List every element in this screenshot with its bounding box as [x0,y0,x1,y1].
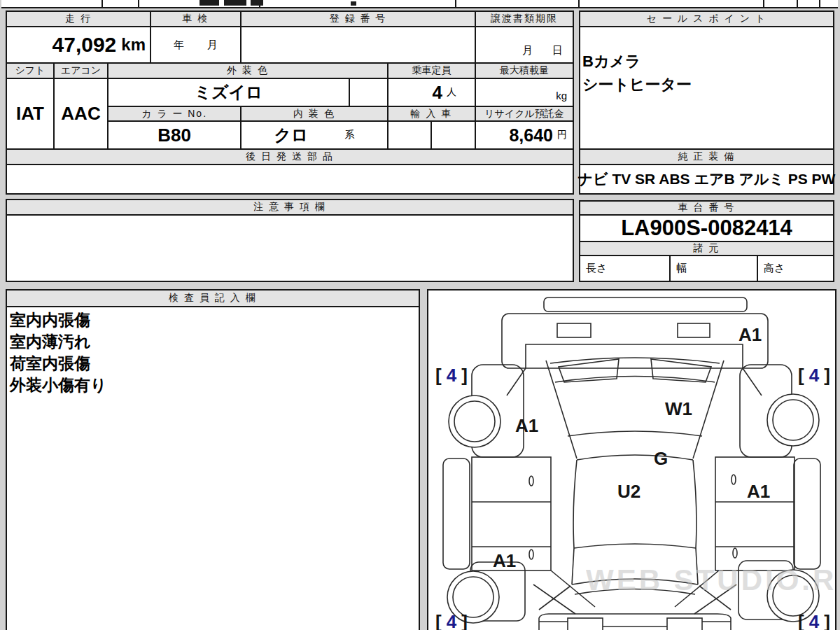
right-front-door-handle [733,548,737,558]
inspector-note: 荷室内張傷 [10,353,416,374]
inspection-month-label: 月 [207,38,218,52]
recycle-deposit-header: リサイクル預託金 [475,106,574,122]
truncated-text-remnant [200,0,219,6]
recycle-deposit-cell: 8,640 円 [475,120,574,150]
rear-glass-edge-arc [568,431,702,436]
tire-grade-bottom-left: [4] [435,611,468,630]
left-front-door-handle [529,550,533,559]
left-rear-quarter-grade-label: A1 [515,415,538,436]
right-door-shape [715,457,794,570]
right-sill-shape [794,458,820,569]
truncated-cell-border [455,0,456,7]
interior-color-value: クロ [274,124,308,146]
spec-height-label: 高さ [757,255,834,282]
specs-header: 諸 元 [579,241,834,256]
sales-point-item: Bカメラ [582,50,832,73]
truncated-text-remnant [224,0,246,6]
roof-side-right [693,460,696,548]
rear-glass-grade-label: G [654,448,668,469]
left-rear-door-handle [529,476,533,486]
rear-bumper-shape [502,314,768,368]
equipment-header: 純 正 装 備 [579,148,834,165]
notes-header: 注 意 事 項 欄 [6,199,574,216]
hood-side-left [539,586,570,610]
tire-grade-top-right: [4] [798,365,830,386]
equipment-value: ナビ TV SR ABS エアB アルミ PS PW [579,164,834,195]
import-car-cell-1 [387,120,432,150]
spec-length-label: 長さ [579,255,671,282]
capacity-unit: 人 [447,86,456,99]
damage-diagram-box: WEB STUDIO.RU A1 A1 W1 G U2 A1 A1 [4] [4… [427,289,836,630]
later-parts-header: 後 日 発 送 部 品 [6,148,574,165]
sales-point-item: シートヒーター [582,73,832,96]
rear-spoiler-shape [544,298,747,312]
front-light-right [667,618,702,630]
tire-grade-top-left: [4] [435,365,468,386]
color-no-value: B80 [107,120,241,150]
exterior-color-header: 外 装 色 [107,62,388,79]
left-sill-shape [443,458,470,569]
inspection-year-label: 年 [174,38,184,52]
mileage-cell: 47,092 km [6,26,151,64]
inspector-header: 検 査 員 記 入 欄 [7,290,419,307]
truncated-cell-border [819,0,820,7]
chassis-number-value: LA900S-0082414 [579,214,834,242]
max-load-cell: kg [475,78,574,107]
max-load-header: 最大積載量 [475,62,574,79]
later-parts-cell [6,164,574,195]
interior-color-cell: クロ 系 [240,120,388,150]
recycle-deposit-unit: 円 [557,129,567,141]
watermark-text: WEB STUDIO.RU [586,564,835,596]
tire-grade-bottom-right: [4] [798,611,830,630]
notes-box [6,214,574,282]
mileage-unit: km [121,35,146,55]
import-car-cell-2 [430,120,476,150]
truncated-cell-border [102,0,103,7]
mileage-value: 47,092 [52,33,117,57]
rear-light-right [678,323,710,337]
inspector-note: 室内内張傷 [10,309,416,331]
exterior-color-sub-cell [349,78,388,107]
rear-left-wheel [449,396,500,447]
auction-sheet: 走 行 車 検 登 録 番 号 譲渡書類期限 47,092 km 年 月 月 日… [0,0,840,630]
transfer-deadline-header: 譲渡書類期限 [475,10,574,27]
tailgate-line [526,344,743,368]
quarter-line-right [743,368,762,396]
import-car-header: 輸 入 車 [387,106,476,122]
sales-points-box: Bカメラ シートヒーター [579,26,834,150]
sales-points-header: セ ー ル ス ポ イ ン ト [579,10,834,27]
inspection-header: 車 検 [150,10,241,27]
rear-bumper-grade-label: A1 [738,324,762,345]
aircon-header: エアコン [53,62,108,79]
rear-right-wheel [767,394,819,446]
inspector-note: 外装小傷有り [10,374,416,396]
truncated-cell-border [578,0,580,7]
recycle-deposit-value: 8,640 [509,125,553,146]
shift-header: シフト [6,62,55,79]
registration-value-cell [240,26,476,64]
rear-light-left [557,323,591,337]
inspector-box: 検 査 員 記 入 欄 室内内張傷 室内薄汚れ 荷室内張傷 外装小傷有り [6,289,420,630]
mileage-header: 走 行 [6,10,151,27]
front-light-left [568,618,603,630]
truncated-top-row [1,0,838,8]
truncated-cell-border [138,0,139,7]
interior-color-suffix: 系 [345,129,355,141]
rear-window-top-arc [550,358,720,363]
color-no-header: カ ラ ー No. [107,106,241,122]
truncated-cell-border [763,0,764,7]
transfer-day-label: 日 [552,44,563,57]
inspector-note: 室内薄汚れ [10,331,416,353]
right-rear-door-handle [732,475,736,484]
max-load-unit: kg [556,90,567,102]
capacity-value: 4 [433,82,442,104]
shift-value: IAT [6,78,55,150]
roof-bottom-arc [574,544,696,548]
registration-header: 登 録 番 号 [240,10,476,27]
chassis-number-header: 車 台 番 号 [579,200,834,216]
a-pillar-left [572,548,574,584]
spec-width-label: 幅 [669,255,758,282]
roof-grade-label: U2 [617,481,640,502]
right-door-grade-label: A1 [747,481,770,502]
roof-top-arc [577,455,693,460]
